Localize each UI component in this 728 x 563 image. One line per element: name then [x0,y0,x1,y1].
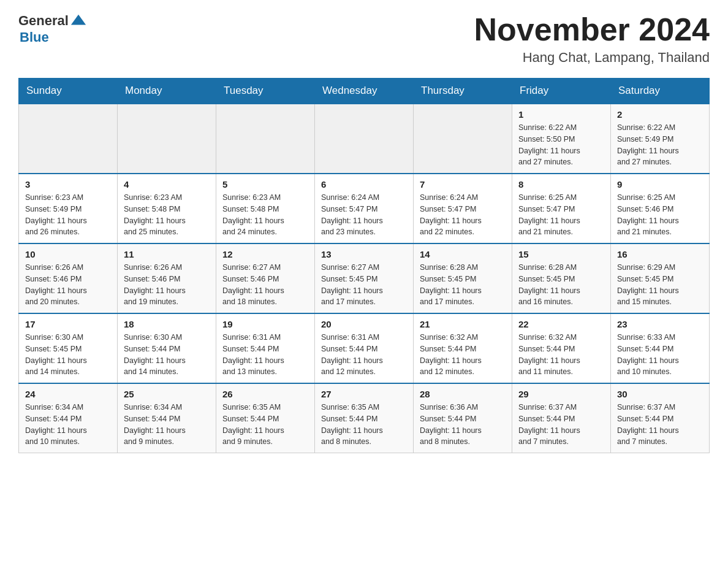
calendar-cell: 19Sunrise: 6:31 AMSunset: 5:44 PMDayligh… [216,313,315,383]
day-info: Sunrise: 6:23 AMSunset: 5:48 PMDaylight:… [222,192,308,238]
logo-general-text: General [18,13,69,29]
week-row-1: 1Sunrise: 6:22 AMSunset: 5:50 PMDaylight… [19,104,710,174]
day-info: Sunrise: 6:28 AMSunset: 5:45 PMDaylight:… [518,262,604,308]
day-info: Sunrise: 6:32 AMSunset: 5:44 PMDaylight:… [420,332,506,378]
calendar-cell [216,104,315,174]
day-info: Sunrise: 6:31 AMSunset: 5:44 PMDaylight:… [321,332,407,378]
calendar-cell: 3Sunrise: 6:23 AMSunset: 5:49 PMDaylight… [19,174,118,243]
month-title: November 2024 [474,12,710,47]
day-number: 17 [25,319,111,329]
day-number: 25 [124,389,210,399]
calendar-cell [414,104,512,174]
day-info: Sunrise: 6:36 AMSunset: 5:44 PMDaylight:… [420,402,506,448]
weekday-header-sunday: Sunday [19,79,118,104]
calendar-cell: 22Sunrise: 6:32 AMSunset: 5:44 PMDayligh… [512,313,611,383]
weekday-header-row: SundayMondayTuesdayWednesdayThursdayFrid… [19,79,710,104]
day-number: 21 [420,319,506,329]
calendar-cell: 25Sunrise: 6:34 AMSunset: 5:44 PMDayligh… [118,383,216,453]
calendar-cell: 7Sunrise: 6:24 AMSunset: 5:47 PMDaylight… [414,174,512,243]
day-info: Sunrise: 6:33 AMSunset: 5:44 PMDaylight:… [617,332,703,378]
day-number: 12 [222,249,308,259]
calendar-cell: 18Sunrise: 6:30 AMSunset: 5:44 PMDayligh… [118,313,216,383]
day-number: 3 [25,179,111,190]
weekday-header-wednesday: Wednesday [315,79,414,104]
day-number: 30 [617,389,703,399]
day-info: Sunrise: 6:26 AMSunset: 5:46 PMDaylight:… [25,262,111,308]
day-number: 26 [222,389,308,399]
day-number: 23 [617,319,703,329]
day-number: 20 [321,319,407,329]
calendar-cell: 6Sunrise: 6:24 AMSunset: 5:47 PMDaylight… [315,174,414,243]
day-info: Sunrise: 6:23 AMSunset: 5:49 PMDaylight:… [25,192,111,238]
calendar-cell: 11Sunrise: 6:26 AMSunset: 5:46 PMDayligh… [118,243,216,313]
day-number: 7 [420,179,506,190]
location-title: Hang Chat, Lampang, Thailand [474,50,710,66]
day-number: 28 [420,389,506,399]
day-info: Sunrise: 6:27 AMSunset: 5:46 PMDaylight:… [222,262,308,308]
weekday-header-tuesday: Tuesday [216,79,315,104]
title-block: November 2024 Hang Chat, Lampang, Thaila… [474,12,710,66]
day-info: Sunrise: 6:26 AMSunset: 5:46 PMDaylight:… [124,262,210,308]
weekday-header-thursday: Thursday [414,79,512,104]
weekday-header-friday: Friday [512,79,611,104]
day-info: Sunrise: 6:35 AMSunset: 5:44 PMDaylight:… [222,402,308,448]
day-info: Sunrise: 6:24 AMSunset: 5:47 PMDaylight:… [420,192,506,238]
page-header: General Blue November 2024 Hang Chat, La… [18,12,710,66]
weekday-header-saturday: Saturday [611,79,710,104]
week-row-4: 17Sunrise: 6:30 AMSunset: 5:45 PMDayligh… [19,313,710,383]
calendar-cell: 20Sunrise: 6:31 AMSunset: 5:44 PMDayligh… [315,313,414,383]
calendar-cell: 29Sunrise: 6:37 AMSunset: 5:44 PMDayligh… [512,383,611,453]
day-info: Sunrise: 6:34 AMSunset: 5:44 PMDaylight:… [124,402,210,448]
logo-icon [70,12,87,29]
day-number: 24 [25,389,111,399]
calendar-cell: 17Sunrise: 6:30 AMSunset: 5:45 PMDayligh… [19,313,118,383]
day-info: Sunrise: 6:23 AMSunset: 5:48 PMDaylight:… [124,192,210,238]
calendar-cell: 21Sunrise: 6:32 AMSunset: 5:44 PMDayligh… [414,313,512,383]
logo-blue-text: Blue [20,29,49,45]
day-info: Sunrise: 6:32 AMSunset: 5:44 PMDaylight:… [518,332,604,378]
day-info: Sunrise: 6:35 AMSunset: 5:44 PMDaylight:… [321,402,407,448]
day-number: 6 [321,179,407,190]
day-number: 5 [222,179,308,190]
svg-marker-0 [71,15,86,25]
calendar-cell: 14Sunrise: 6:28 AMSunset: 5:45 PMDayligh… [414,243,512,313]
calendar-cell: 27Sunrise: 6:35 AMSunset: 5:44 PMDayligh… [315,383,414,453]
calendar-cell [315,104,414,174]
day-info: Sunrise: 6:37 AMSunset: 5:44 PMDaylight:… [617,402,703,448]
day-number: 29 [518,389,604,399]
calendar-cell: 16Sunrise: 6:29 AMSunset: 5:45 PMDayligh… [611,243,710,313]
calendar-cell: 8Sunrise: 6:25 AMSunset: 5:47 PMDaylight… [512,174,611,243]
week-row-2: 3Sunrise: 6:23 AMSunset: 5:49 PMDaylight… [19,174,710,243]
calendar-cell: 4Sunrise: 6:23 AMSunset: 5:48 PMDaylight… [118,174,216,243]
day-number: 14 [420,249,506,259]
day-number: 16 [617,249,703,259]
day-number: 11 [124,249,210,259]
day-info: Sunrise: 6:30 AMSunset: 5:45 PMDaylight:… [25,332,111,378]
calendar-cell [118,104,216,174]
day-info: Sunrise: 6:24 AMSunset: 5:47 PMDaylight:… [321,192,407,238]
day-number: 19 [222,319,308,329]
calendar-cell: 1Sunrise: 6:22 AMSunset: 5:50 PMDaylight… [512,104,611,174]
day-info: Sunrise: 6:34 AMSunset: 5:44 PMDaylight:… [25,402,111,448]
calendar-cell: 10Sunrise: 6:26 AMSunset: 5:46 PMDayligh… [19,243,118,313]
day-number: 8 [518,179,604,190]
day-number: 9 [617,179,703,190]
calendar-cell: 28Sunrise: 6:36 AMSunset: 5:44 PMDayligh… [414,383,512,453]
calendar-cell: 26Sunrise: 6:35 AMSunset: 5:44 PMDayligh… [216,383,315,453]
day-info: Sunrise: 6:28 AMSunset: 5:45 PMDaylight:… [420,262,506,308]
weekday-header-monday: Monday [118,79,216,104]
day-info: Sunrise: 6:29 AMSunset: 5:45 PMDaylight:… [617,262,703,308]
day-number: 13 [321,249,407,259]
day-info: Sunrise: 6:30 AMSunset: 5:44 PMDaylight:… [124,332,210,378]
calendar-cell: 15Sunrise: 6:28 AMSunset: 5:45 PMDayligh… [512,243,611,313]
day-info: Sunrise: 6:25 AMSunset: 5:47 PMDaylight:… [518,192,604,238]
calendar-cell: 9Sunrise: 6:25 AMSunset: 5:46 PMDaylight… [611,174,710,243]
day-number: 18 [124,319,210,329]
day-info: Sunrise: 6:31 AMSunset: 5:44 PMDaylight:… [222,332,308,378]
calendar-cell: 12Sunrise: 6:27 AMSunset: 5:46 PMDayligh… [216,243,315,313]
day-number: 27 [321,389,407,399]
day-info: Sunrise: 6:27 AMSunset: 5:45 PMDaylight:… [321,262,407,308]
day-number: 15 [518,249,604,259]
day-info: Sunrise: 6:22 AMSunset: 5:50 PMDaylight:… [518,122,604,168]
day-info: Sunrise: 6:37 AMSunset: 5:44 PMDaylight:… [518,402,604,448]
